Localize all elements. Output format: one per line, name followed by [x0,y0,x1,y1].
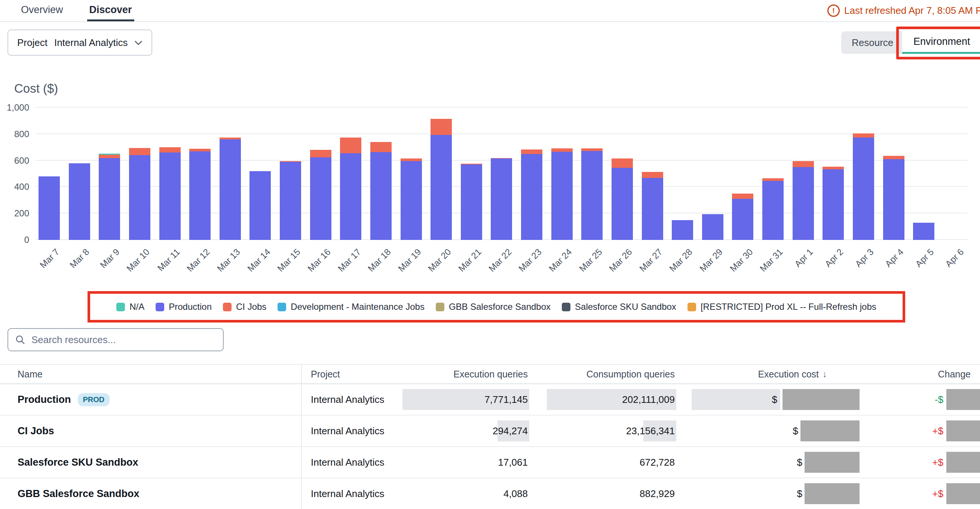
column-header-consumption-queries[interactable]: Consumption queries [529,365,676,384]
x-axis-label: Mar 28 [667,247,695,274]
group-by-environment-button[interactable]: Environment [902,32,980,54]
bar-segment-ci-jobs [822,166,844,169]
legend-item[interactable]: Salesforce SKU Sandbox [562,301,676,312]
bar-segment-production [370,152,391,240]
y-axis-tick-label: 400 [0,182,29,192]
bar-segment-production [280,162,301,240]
table-row[interactable]: Salesforce SKU SandboxInternal Analytics… [0,447,980,478]
column-header-execution-cost[interactable]: Execution cost ↓ [676,365,829,384]
bar-segment-production [461,165,482,240]
legend-item[interactable]: Production [156,301,212,312]
legend-item[interactable]: N/A [116,301,145,312]
bar-mar-28: Mar 28 [672,108,693,240]
column-header-project[interactable]: Project [302,365,422,384]
table-row[interactable]: ProductionPRODInternal Analytics7,771,14… [0,384,980,415]
bar-segment-production [250,171,271,240]
bar-segment-ci-jobs [853,133,874,138]
bar-mar-25: Mar 25 [581,108,603,240]
bar-mar-26: Mar 26 [612,108,633,240]
bar-mar-30: Mar 30 [732,108,753,240]
bar-segment-production [581,151,603,240]
y-axis-tick-label: 0 [0,235,29,245]
last-refreshed-status: ! Last refreshed Apr 7, 8:05 AM PDT [827,5,980,17]
bar-segment-production [521,154,542,240]
legend-swatch [278,303,286,311]
column-header-change[interactable]: Change [829,365,980,384]
legend-item[interactable]: CI Jobs [223,301,266,312]
bar-segment-ci-jobs [792,161,814,167]
resource-name: Salesforce SKU Sandbox [18,457,138,468]
bar-mar-13: Mar 13 [220,108,241,240]
resource-name: GBB Salesforce Sandbox [18,488,140,499]
cell-consumption-queries-value: 882,929 [640,488,675,499]
bar-segment-production [792,167,814,240]
bar-mar-27: Mar 27 [642,108,663,240]
cell-consumption-queries-value: 23,156,341 [626,425,675,437]
legend-item[interactable]: Development - Maintenance Jobs [278,301,425,312]
project-filter-label: Project [17,37,48,49]
bar-apr-2: Apr 2 [822,108,844,240]
project-filter-dropdown[interactable]: Project Internal Analytics [8,30,152,55]
change-prefix: -$ [935,394,943,406]
legend-swatch [687,303,696,311]
cell-consumption-queries-value: 202,111,009 [622,394,675,406]
bar-segment-ci-jobs [129,148,150,155]
x-axis-label: Mar 26 [607,247,635,274]
column-header-name[interactable]: Name [0,365,302,384]
cell-change: +$ [829,415,980,446]
bar-segment-production [189,151,211,240]
bar-mar-19: Mar 19 [401,108,422,240]
legend-swatch [223,303,232,311]
group-by-resource-button[interactable]: Resource [841,32,904,54]
x-axis-label: Mar 22 [487,247,514,274]
table-row[interactable]: CI JobsInternal Analytics294,27423,156,3… [0,415,980,447]
bar-segment-ci-jobs [370,142,391,152]
search-resources-box[interactable] [8,328,224,351]
bar-mar-7: Mar 7 [38,108,60,240]
cell-execution-queries-value: 294,274 [493,425,528,437]
tab-overview[interactable]: Overview [19,0,65,21]
bar-mar-15: Mar 15 [280,108,301,240]
legend-item[interactable]: GBB Salesforce Sandbox [436,301,550,312]
cost-currency-prefix: $ [793,425,798,437]
column-header-execution-queries[interactable]: Execution queries [422,365,529,384]
table-row[interactable]: GBB Salesforce SandboxInternal Analytics… [0,478,980,509]
cell-execution-queries: 7,771,145 [422,384,529,415]
tab-discover[interactable]: Discover [87,0,134,21]
cell-change: +$ [829,447,980,477]
y-axis-tick-label: 1,000 [0,102,29,113]
sort-descending-icon[interactable]: ↓ [822,369,827,379]
bar-mar-31: Mar 31 [762,108,784,240]
last-refreshed-text: Last refreshed Apr 7, 8:05 AM PDT [844,5,980,16]
bar-segment-production [99,158,120,240]
bar-segment-production [401,161,422,240]
redacted-change-block [947,420,980,441]
cost-currency-prefix: $ [797,457,802,468]
bar-segment-production [551,152,573,240]
bar-mar-22: Mar 22 [491,108,512,240]
cell-execution-queries-value: 17,061 [498,457,528,468]
filter-row: Project Internal Analytics Resource Envi… [0,23,980,64]
bar-segment-production [762,181,784,240]
top-tab-bar: Overview Discover ! Last refreshed Apr 7… [0,0,980,22]
legend-swatch [436,303,444,311]
cell-consumption-queries: 23,156,341 [529,415,676,446]
bar-segment-production [883,159,904,240]
bar-mar-17: Mar 17 [340,108,361,240]
resource-name: CI Jobs [18,425,54,437]
cell-execution-cost: $ [676,478,829,509]
x-axis-label: Mar 18 [366,247,393,274]
legend-label: N/A [129,301,145,312]
bar-segment-production [431,135,452,240]
bar-segment-ci-jobs [159,147,181,152]
project-name: Internal Analytics [311,488,385,499]
search-input[interactable] [31,334,216,346]
cell-name: Salesforce SKU Sandbox [0,447,302,477]
x-axis-label: Mar 21 [457,247,484,274]
resources-table: Name Project Execution queries Consumpti… [0,364,980,509]
change-prefix: +$ [932,488,943,499]
legend-item[interactable]: [RESTRICTED] Prod XL -- Full-Refresh job… [687,301,877,312]
x-axis-label: Mar 29 [698,247,725,274]
x-axis-label: Mar 16 [305,247,333,274]
bar-apr-5: Apr 5 [913,108,934,240]
